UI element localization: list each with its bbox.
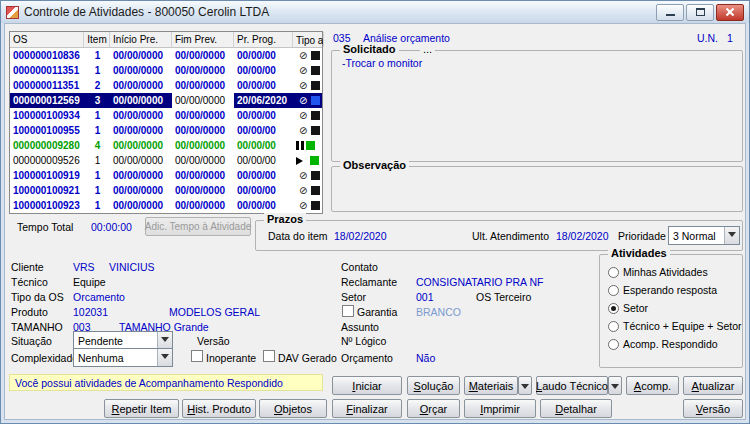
acomp-button[interactable]: Acomp. xyxy=(626,376,679,395)
detalhar-button[interactable]: Detalhar xyxy=(540,399,612,418)
col-inicio-pre[interactable]: Início Pre. xyxy=(110,32,172,47)
cell-os: 000000012569 xyxy=(10,93,84,108)
garantia-label: Garantia xyxy=(357,306,397,318)
atividades-groupbox: Atividades Minhas Atividades Esperando r… xyxy=(599,254,743,368)
cell-tipo: ⊘ xyxy=(293,108,324,123)
reclamante-label: Reclamante xyxy=(341,276,397,288)
ult-atendimento-value: 18/02/2020 xyxy=(556,230,609,242)
minimize-button[interactable] xyxy=(656,4,684,21)
col-fim-prev[interactable]: Fim Prev. xyxy=(172,32,234,47)
prazos-label: Prazos xyxy=(264,213,306,225)
table-row[interactable]: 000000011351 1 00/00/0000 00/00/0000 00/… xyxy=(10,63,322,78)
laudo-tecnico-button[interactable]: Laudo Técnico xyxy=(536,376,608,395)
objetos-button[interactable]: Objetos xyxy=(259,399,327,418)
prioridade-select[interactable]: 3 Normal xyxy=(668,226,740,245)
cell-fim: 00/00/0000 xyxy=(172,108,234,123)
un-value: 1 xyxy=(727,32,733,44)
cell-os: 100000100934 xyxy=(10,108,84,123)
table-row[interactable]: 100000100921 1 00/00/0000 00/00/0000 00/… xyxy=(10,183,322,198)
radio-icon xyxy=(608,321,619,332)
status-square xyxy=(306,141,315,150)
laudo-dropdown-button[interactable] xyxy=(608,376,622,395)
cell-item: 1 xyxy=(84,168,110,183)
complexidade-label: Complexidade xyxy=(11,352,78,364)
cell-tipo: ⊘ xyxy=(293,123,324,138)
adicionar-tempo-button[interactable]: Adic. Tempo à Atividade xyxy=(145,217,251,236)
cell-fim: 00/00/0000 xyxy=(172,63,234,78)
cell-inicio: 00/00/0000 xyxy=(110,48,172,63)
cell-inicio: 00/00/0000 xyxy=(110,123,172,138)
col-os[interactable]: OS xyxy=(10,32,84,47)
materiais-button[interactable]: Materiais xyxy=(464,376,518,395)
prioridade-label: Prioridade xyxy=(618,230,666,242)
cell-fim: 00/00/0000 xyxy=(172,183,234,198)
radio-tecnico-equipe-setor[interactable]: Técnico + Equipe + Setor xyxy=(608,320,742,332)
table-row[interactable]: 100000100919 1 00/00/0000 00/00/0000 00/… xyxy=(10,168,322,183)
table-row[interactable]: 100000100934 1 00/00/0000 00/00/0000 00/… xyxy=(10,108,322,123)
table-row[interactable]: 100000100923 1 00/00/0000 00/00/0000 00/… xyxy=(10,198,322,213)
cell-fim-edit[interactable]: 00/00/0000 xyxy=(172,93,234,108)
hist-produto-button[interactable]: Hist. Produto xyxy=(182,399,256,418)
maximize-button[interactable] xyxy=(686,4,714,21)
inoperante-checkbox[interactable] xyxy=(191,350,203,362)
reclamante-value: CONSIGNATARIO PRA NF xyxy=(416,276,543,288)
cell-item: 1 xyxy=(84,123,110,138)
col-tipo-atividade[interactable]: Tipo ati... xyxy=(293,32,324,47)
numero-logico-label: Nº Lógico xyxy=(341,335,386,347)
dav-gerado-checkbox[interactable] xyxy=(263,350,275,362)
solicitado-ellipsis[interactable]: ... xyxy=(420,43,435,55)
table-header: OS Item Início Pre. Fim Prev. Pr. Prog. … xyxy=(10,32,322,48)
cell-tipo: ⊘ xyxy=(293,93,324,108)
col-pr-prog[interactable]: Pr. Prog. xyxy=(234,32,293,47)
table-row-selected[interactable]: 000000012569 3 00/00/0000 00/00/0000 20/… xyxy=(10,93,322,108)
radio-setor[interactable]: Setor xyxy=(608,302,648,314)
radio-label: Técnico + Equipe + Setor xyxy=(623,320,742,332)
contato-label: Contato xyxy=(341,261,378,273)
garantia-checkbox[interactable] xyxy=(342,305,354,317)
solicitado-text[interactable]: -Trocar o monitor xyxy=(342,57,422,69)
status-square xyxy=(311,201,320,210)
cell-item: 2 xyxy=(84,78,110,93)
atualizar-button[interactable]: Atualizar xyxy=(683,376,743,395)
versao-button[interactable]: Versão xyxy=(683,399,743,418)
cell-item: 4 xyxy=(84,138,110,153)
table-row[interactable]: 000000009280 4 00/00/0000 00/00/0000 00/… xyxy=(10,138,322,153)
table-row[interactable]: 000000009526 1 00/00/0000 00/00/0000 00/… xyxy=(10,153,322,168)
status-square xyxy=(311,96,320,105)
garantia-value: BRANCO xyxy=(416,306,461,318)
cell-prog: 00/00/00 xyxy=(234,63,293,78)
cliente-name: VINICIUS xyxy=(109,261,155,273)
cell-os: 000000011351 xyxy=(10,63,84,78)
repetir-item-button[interactable]: Repetir Item xyxy=(104,399,179,418)
close-button[interactable] xyxy=(716,4,744,21)
orcar-button[interactable]: Orçar xyxy=(407,399,460,418)
finalizar-button[interactable]: Finalizar xyxy=(332,399,402,418)
table-row[interactable]: 100000100955 1 00/00/0000 00/00/0000 00/… xyxy=(10,123,322,138)
ult-atendimento-label: Ult. Atendimento xyxy=(472,230,549,242)
acompanhamento-notice: Você possui atividades de Acompanhamento… xyxy=(9,374,323,391)
table-row[interactable]: 000000010836 1 00/00/0000 00/00/0000 00/… xyxy=(10,48,322,63)
cell-fim: 00/00/0000 xyxy=(172,48,234,63)
radio-esperando-resposta[interactable]: Esperando resposta xyxy=(608,284,717,296)
chevron-down-icon xyxy=(157,349,172,366)
play-icon xyxy=(296,157,308,165)
imprimir-button[interactable]: Imprimir xyxy=(464,399,536,418)
cell-tipo: ⊘ xyxy=(293,168,324,183)
cell-fim: 00/00/0000 xyxy=(172,78,234,93)
radio-minhas-atividades[interactable]: Minhas Atividades xyxy=(608,266,708,278)
iniciar-button[interactable]: Iniciar xyxy=(332,376,402,395)
tempo-total-value: 00:00:00 xyxy=(91,221,132,233)
cell-item: 1 xyxy=(84,48,110,63)
materiais-dropdown-button[interactable] xyxy=(518,376,532,395)
orcamento-label: Orçamento xyxy=(341,352,393,364)
radio-acomp-respondido[interactable]: Acomp. Respondido xyxy=(608,338,718,350)
solucao-button[interactable]: Solução xyxy=(407,376,460,395)
cell-prog: 20/06/2020 xyxy=(234,93,293,108)
complexidade-select[interactable]: Nenhuma xyxy=(73,348,173,367)
cell-tipo: ⊘ xyxy=(293,183,324,198)
cell-prog: 00/00/00 xyxy=(234,153,293,168)
table-row[interactable]: 000000011351 2 00/00/0000 00/00/0000 00/… xyxy=(10,78,322,93)
cell-os: 000000010836 xyxy=(10,48,84,63)
un-label: U.N. xyxy=(697,32,718,44)
col-item[interactable]: Item xyxy=(84,32,110,47)
